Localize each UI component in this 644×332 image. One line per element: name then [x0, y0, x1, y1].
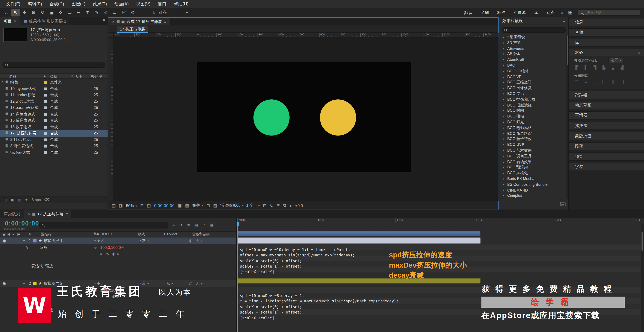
expression-language-icon[interactable]: ▸: [118, 251, 119, 256]
channel-icon[interactable]: ◨: [119, 203, 123, 208]
scale-value[interactable]: 100.0,100.0%: [100, 245, 124, 250]
chevron-right-icon[interactable]: ›: [503, 148, 504, 154]
effects-category[interactable]: › BCC 预渲染: [499, 165, 567, 171]
region-of-interest-icon[interactable]: ⊡: [206, 203, 210, 208]
current-time-indicator-line[interactable]: [238, 222, 238, 332]
chevron-right-icon[interactable]: ›: [503, 86, 504, 91]
effects-category[interactable]: › Cineplus: [499, 193, 567, 199]
chevron-right-icon[interactable]: ›: [503, 108, 504, 114]
workspace-tab[interactable]: 动态: [542, 8, 559, 17]
effects-category[interactable]: › Boris FX Mocha: [499, 176, 567, 182]
chevron-right-icon[interactable]: ›: [503, 120, 504, 125]
scrollbar-handle[interactable]: [642, 232, 643, 251]
project-row[interactable]: ▸ ▣ 纯色 文件夹: [0, 79, 108, 86]
panel-tab[interactable]: 平滑器: [569, 111, 644, 119]
expression-code-line[interactable]: [scaleX,scaleY]: [240, 269, 355, 274]
parent-pickwhip-icon[interactable]: ◎: [189, 238, 192, 243]
label-color-chip[interactable]: [44, 151, 47, 154]
video-column-icon[interactable]: ◉: [2, 232, 5, 236]
item-name[interactable]: 12.widt...达式: [10, 99, 43, 104]
label-color-chip[interactable]: [44, 138, 47, 141]
menu-item[interactable]: 效果(T): [89, 0, 110, 8]
label-color-chip[interactable]: [44, 113, 47, 116]
layer-switches[interactable]: ⚬ ◆ ／: [94, 238, 104, 243]
item-name[interactable]: 3.链性表达式: [10, 143, 43, 149]
work-area-bar[interactable]: [238, 231, 481, 236]
align-top-icon[interactable]: ▙: [601, 65, 607, 70]
item-name[interactable]: 15.反弹表达式: [10, 118, 43, 123]
parent-pickwhip-icon[interactable]: ◎: [189, 281, 192, 286]
source-name-column[interactable]: 源名称: [41, 232, 52, 237]
distribute-left-icon[interactable]: ▏: [601, 80, 607, 85]
expression-code-line[interactable]: scaleX = scale[0] + offset;: [240, 304, 398, 309]
layer-1-duration-bar[interactable]: [238, 237, 481, 244]
label-color-chip[interactable]: [44, 132, 47, 135]
tool-button-icon[interactable]: ⌂: [2, 9, 11, 16]
project-row[interactable]: ▦ 14.弹性表达式 合成 25: [0, 111, 108, 118]
item-name[interactable]: 2.抖动/摇动...: [10, 137, 43, 142]
lock-column-icon[interactable]: ▣: [17, 232, 20, 236]
panel-grip-icon[interactable]: [560, 202, 566, 206]
timeline-search[interactable]: [39, 222, 168, 228]
effects-category[interactable]: › BCC 艺术效果: [499, 148, 567, 154]
project-row[interactable]: ▦ 循环表达式 合成 25: [0, 149, 108, 156]
panel-tab[interactable]: 预览: [569, 152, 644, 161]
panel-tab[interactable]: 蒙版插值: [569, 132, 644, 140]
chevron-right-icon[interactable]: ›: [503, 137, 504, 142]
chevron-right-icon[interactable]: ›: [503, 35, 504, 40]
layer-name[interactable]: 形状图层 1: [44, 238, 62, 244]
motion-path-icon[interactable]: ⌖: [183, 9, 191, 16]
panel-menu-icon[interactable]: ≡: [563, 19, 565, 23]
chevron-right-icon[interactable]: ›: [503, 154, 504, 159]
camera-dropdown[interactable]: 活动摄像机: [220, 203, 243, 208]
label-color-chip[interactable]: [44, 81, 47, 84]
viewer-tab[interactable]: 17.挤压与伸展: [116, 26, 148, 33]
project-row[interactable]: ▦ 17. 挤压与伸展 合成 25: [0, 130, 108, 137]
pixel-aspect-icon[interactable]: ⊟: [263, 203, 266, 208]
menu-item[interactable]: 帮助(H): [170, 0, 192, 8]
project-row[interactable]: ▦ 2.抖动/摇动... 合成 25: [0, 137, 108, 143]
chevron-right-icon[interactable]: ›: [503, 131, 504, 136]
tab-effect-controls[interactable]: 效果控件 形状图层 1: [20, 17, 70, 25]
project-settings-icon[interactable]: ✦: [25, 197, 28, 201]
chevron-right-icon[interactable]: ›: [503, 142, 504, 148]
expression-graph-icon[interactable]: ∿: [106, 251, 109, 256]
chevron-right-icon[interactable]: ›: [503, 46, 504, 52]
effects-category[interactable]: › BCC 抠像和合成: [499, 97, 567, 102]
label-color-chip[interactable]: [44, 126, 47, 128]
effects-category[interactable]: › BCC 风格化: [499, 171, 567, 176]
composition-frame[interactable]: [197, 62, 411, 172]
workspace-grid-icon[interactable]: ▦: [566, 9, 574, 16]
col-size[interactable]: 大小: [75, 74, 82, 79]
scrollbar-handle[interactable]: [567, 36, 568, 65]
distribute-right-icon[interactable]: ▕: [619, 80, 625, 85]
draft-3d-icon[interactable]: ✦: [180, 223, 183, 228]
resolution-dropdown[interactable]: 完整: [192, 203, 203, 208]
tool-button-icon[interactable]: ✄: [120, 9, 128, 16]
parent-column[interactable]: 父级和链接: [192, 232, 210, 237]
col-type[interactable]: 类型: [50, 74, 57, 79]
effects-category[interactable]: › BCC 粒子特效: [499, 137, 567, 142]
effects-category[interactable]: › BS Compositing Bundle: [499, 182, 567, 187]
effects-category[interactable]: › AEsweets: [499, 46, 567, 52]
align-hcenter-icon[interactable]: ▌: [583, 65, 589, 70]
effects-category[interactable]: › * 动画预设: [499, 35, 567, 40]
motion-blur-icon[interactable]: ◔: [203, 223, 205, 228]
chevron-right-icon[interactable]: ›: [503, 69, 504, 74]
help-search[interactable]: [578, 10, 640, 16]
tab-project[interactable]: 项目 ≡: [0, 17, 20, 25]
tool-button-icon[interactable]: T: [83, 9, 92, 16]
chevron-right-icon[interactable]: ›: [503, 187, 504, 193]
chevron-right-icon[interactable]: ›: [503, 102, 504, 108]
panel-menu-icon[interactable]: ≡: [638, 51, 640, 55]
comp-current-time[interactable]: 0:00:00:00: [154, 203, 174, 208]
label-color-chip[interactable]: [44, 87, 47, 90]
help-search-input[interactable]: [585, 10, 637, 15]
green-circle-shape[interactable]: [253, 99, 289, 136]
item-name[interactable]: 13.param表达式: [10, 105, 43, 111]
grid-guides-icon[interactable]: ⊞: [140, 203, 144, 208]
exposure-value[interactable]: +0.0: [295, 203, 303, 208]
effects-category[interactable]: › BCC 变形: [499, 91, 567, 97]
tab-render-queue[interactable]: 渲染队列: [0, 210, 24, 218]
expression-code-line[interactable]: scaleY = scale[1] - offset;: [240, 309, 398, 315]
